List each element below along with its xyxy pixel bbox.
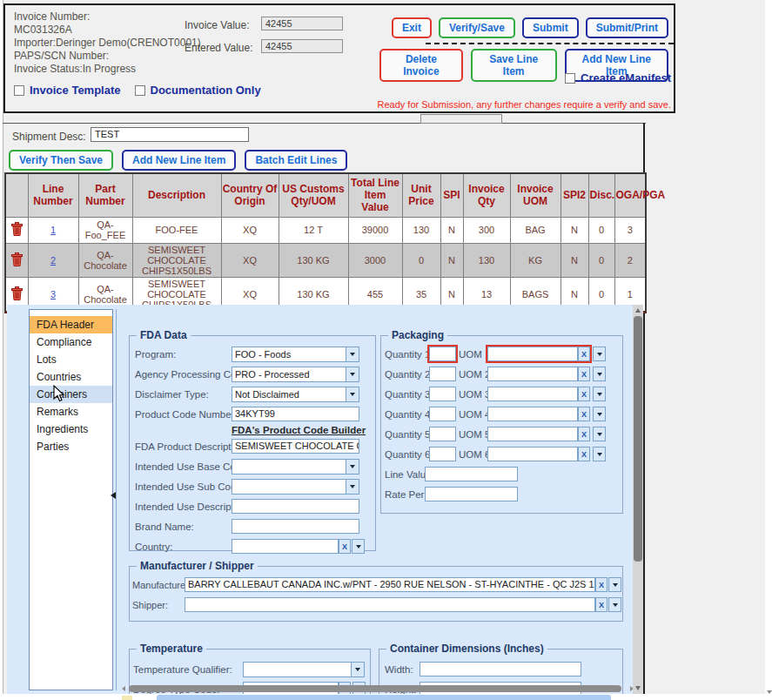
chevron-down-icon[interactable]	[593, 367, 606, 381]
clear-x-icon[interactable]: X	[578, 347, 590, 361]
line-number-link[interactable]: 3	[50, 289, 56, 300]
vertical-scrollbar[interactable]	[633, 305, 643, 694]
product-desc-input[interactable]: SEMISWEET CHOCOLATE C	[232, 439, 359, 454]
clear-x-icon[interactable]: X	[595, 577, 608, 592]
temperature-qualifier-select[interactable]	[243, 662, 365, 677]
scroll-down-icon[interactable]	[767, 690, 772, 694]
clear-x-icon[interactable]: X	[578, 407, 590, 421]
scroll-down-icon[interactable]	[635, 686, 641, 690]
sidebar-item-parties[interactable]: Parties	[30, 438, 112, 455]
chevron-down-icon[interactable]	[593, 387, 606, 401]
clear-x-icon[interactable]: X	[339, 539, 351, 554]
intended-sub-select[interactable]	[232, 479, 359, 495]
chevron-down-icon[interactable]	[346, 460, 359, 474]
verify-save-button[interactable]: Verify/Save	[439, 17, 515, 38]
browser-scroll-strip[interactable]	[765, 0, 772, 700]
uom-6-field[interactable]: X	[487, 447, 590, 461]
uom-3-field[interactable]: X	[487, 387, 590, 401]
sidebar-item-countries[interactable]: Countries	[30, 368, 112, 386]
uom-4-input[interactable]	[487, 407, 578, 421]
collapse-sidebar-icon[interactable]	[111, 492, 116, 499]
shipper-input[interactable]	[185, 597, 595, 612]
documentation-only-checkbox[interactable]	[135, 85, 145, 96]
intended-base-select[interactable]	[232, 459, 359, 475]
quantity-5-input[interactable]	[429, 427, 456, 441]
chevron-down-icon[interactable]	[593, 347, 606, 361]
entered-value-input[interactable]: 42455	[261, 39, 343, 53]
submit-print-button[interactable]: Submit/Print	[586, 17, 668, 38]
uom-1-input[interactable]	[487, 347, 578, 361]
chevron-down-icon[interactable]	[593, 407, 606, 421]
clear-x-icon[interactable]: X	[595, 597, 608, 612]
uom-2-input[interactable]	[487, 367, 578, 381]
clear-x-icon[interactable]: X	[578, 367, 590, 381]
delete-line-icon[interactable]	[11, 227, 23, 238]
horizontal-scroll-thumb[interactable]	[129, 685, 621, 692]
agency-select[interactable]: PRO - Processed	[232, 367, 359, 382]
quantity-4-input[interactable]	[429, 407, 456, 421]
quantity-3-input[interactable]	[429, 387, 456, 401]
chevron-down-icon[interactable]	[593, 447, 606, 461]
uom-5-input[interactable]	[487, 427, 578, 441]
submit-button[interactable]: Submit	[522, 17, 579, 38]
manufacturer-input[interactable]: BARRY CALLEBAUT CANADA INC.w/PNT - 2950 …	[185, 577, 595, 592]
manufacturer-field[interactable]: BARRY CALLEBAUT CANADA INC.w/PNT - 2950 …	[185, 577, 608, 592]
chevron-down-icon[interactable]	[346, 387, 359, 401]
sidebar-item-fda-header[interactable]: FDA Header	[30, 316, 112, 333]
intended-desc-input[interactable]	[232, 499, 359, 514]
verify-then-save-button[interactable]: Verify Then Save	[9, 150, 113, 171]
chevron-down-icon[interactable]	[608, 597, 621, 612]
clear-x-icon[interactable]: X	[578, 427, 590, 441]
horizontal-scrollbar[interactable]	[122, 685, 633, 692]
line-number-link[interactable]: 2	[50, 255, 56, 266]
uom-3-input[interactable]	[487, 387, 578, 401]
quantity-6-input[interactable]	[429, 447, 456, 461]
delete-invoice-button[interactable]: Delete Invoice	[379, 49, 463, 82]
chevron-down-icon[interactable]	[608, 577, 621, 592]
width-input[interactable]	[420, 662, 581, 676]
chevron-down-icon[interactable]	[351, 663, 364, 676]
scroll-left-icon[interactable]	[122, 686, 125, 691]
invoice-template-checkbox[interactable]	[14, 85, 24, 96]
uom-4-field[interactable]: X	[487, 407, 590, 421]
invoice-value-input[interactable]: 42455	[261, 17, 343, 30]
create-emanifest-checkbox[interactable]	[565, 73, 575, 84]
country-input[interactable]	[232, 539, 339, 554]
shipper-field[interactable]: X	[185, 597, 608, 612]
sidebar-item-lots[interactable]: Lots	[30, 351, 112, 368]
disclaimer-select[interactable]: Not Disclaimed	[232, 387, 359, 402]
quantity-1-input[interactable]	[429, 347, 456, 361]
product-code-builder-link[interactable]: FDA's Product Code Builder	[232, 425, 366, 435]
quantity-2-input[interactable]	[429, 367, 456, 381]
product-code-input[interactable]: 34KYT99	[232, 407, 359, 421]
chevron-down-icon[interactable]	[346, 367, 359, 381]
line-number-link[interactable]: 1	[50, 225, 56, 235]
chevron-down-icon[interactable]	[346, 480, 359, 494]
scroll-up-icon[interactable]	[635, 308, 641, 313]
sidebar-item-compliance[interactable]: Compliance	[30, 333, 112, 351]
sidebar-item-remarks[interactable]: Remarks	[30, 403, 112, 421]
chevron-down-icon[interactable]	[346, 347, 359, 361]
uom-5-field[interactable]: X	[487, 427, 590, 441]
sidebar-item-ingredients[interactable]: Ingredients	[30, 421, 112, 438]
chevron-down-icon[interactable]	[352, 539, 365, 554]
exit-button[interactable]: Exit	[392, 17, 432, 38]
uom-2-field[interactable]: X	[487, 367, 590, 381]
uom-6-input[interactable]	[487, 447, 578, 461]
chevron-down-icon[interactable]	[593, 427, 606, 441]
program-select[interactable]: FOO - Foods	[232, 347, 359, 362]
vertical-scroll-thumb[interactable]	[634, 316, 642, 562]
delete-line-icon[interactable]	[11, 258, 23, 268]
rate-per-input[interactable]	[425, 487, 518, 501]
uom-1-field[interactable]: X	[487, 347, 590, 361]
sidebar-item-containers[interactable]: Containers	[30, 386, 112, 403]
clear-x-icon[interactable]: X	[578, 387, 590, 401]
line-value-input[interactable]	[425, 467, 518, 481]
save-line-item-button[interactable]: Save Line Item	[471, 49, 557, 82]
clear-x-icon[interactable]: X	[578, 447, 590, 461]
add-new-line-item-button-2[interactable]: Add New Line Item	[122, 150, 236, 171]
brand-name-input[interactable]	[232, 519, 359, 534]
delete-line-icon[interactable]	[11, 292, 23, 302]
batch-edit-lines-button[interactable]: Batch Edit Lines	[245, 150, 347, 171]
shipment-desc-input[interactable]: TEST	[91, 127, 249, 142]
